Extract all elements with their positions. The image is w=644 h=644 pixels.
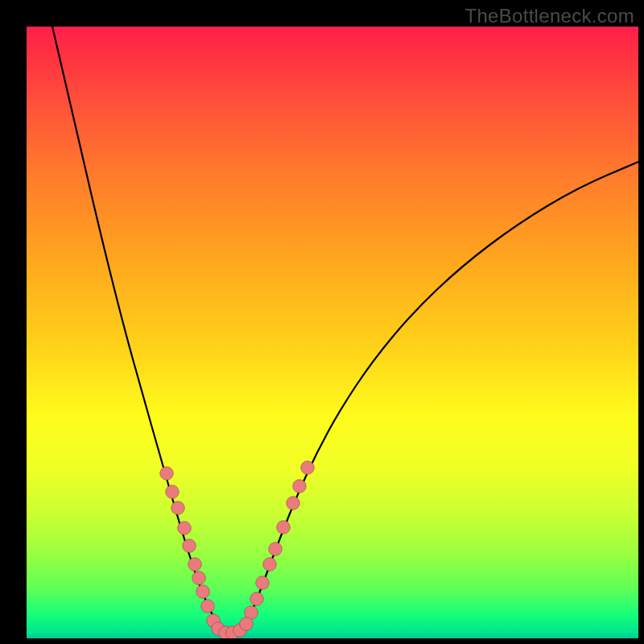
data-marker xyxy=(178,522,192,535)
data-marker xyxy=(201,600,215,613)
data-marker xyxy=(183,539,196,553)
chart-svg xyxy=(27,27,638,638)
plot-gradient-area xyxy=(27,27,638,638)
data-markers xyxy=(160,461,315,638)
data-marker xyxy=(160,467,174,481)
data-marker xyxy=(188,558,202,572)
data-marker xyxy=(256,576,270,590)
data-marker xyxy=(293,480,307,493)
watermark-label: TheBottleneck.com xyxy=(464,5,634,27)
chart-frame: TheBottleneck.com xyxy=(0,0,644,644)
data-marker xyxy=(263,558,277,572)
data-marker xyxy=(269,543,283,556)
data-marker xyxy=(192,572,206,585)
data-marker xyxy=(277,521,291,535)
data-marker xyxy=(196,585,210,599)
data-marker xyxy=(240,617,254,631)
data-marker xyxy=(250,592,264,606)
data-marker xyxy=(301,461,315,475)
data-marker xyxy=(287,497,300,510)
data-marker xyxy=(166,485,180,499)
data-marker xyxy=(171,502,185,515)
bottleneck-curve xyxy=(52,27,638,633)
